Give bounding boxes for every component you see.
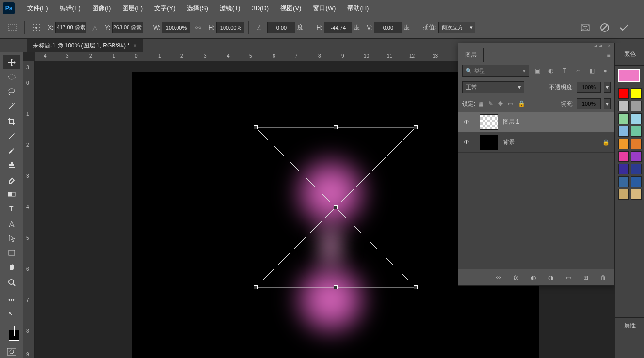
menu-image[interactable]: 图像(I) bbox=[86, 0, 116, 16]
color-tab[interactable]: 颜色 bbox=[615, 43, 644, 66]
properties-tab[interactable]: 属性 bbox=[615, 317, 644, 334]
swatch[interactable] bbox=[618, 176, 629, 187]
filter-type-icon[interactable]: T bbox=[559, 65, 570, 76]
transform-handle-tl[interactable] bbox=[254, 125, 258, 129]
fill-input[interactable] bbox=[577, 98, 601, 109]
menu-layer[interactable]: 图层(L) bbox=[116, 0, 148, 16]
commit-transform-icon[interactable] bbox=[619, 22, 629, 33]
swatch[interactable] bbox=[618, 164, 629, 174]
cancel-transform-icon[interactable] bbox=[599, 22, 610, 33]
hskew-input[interactable] bbox=[324, 22, 352, 33]
layer-thumbnail[interactable] bbox=[480, 135, 498, 150]
link-wh-icon[interactable]: ⚯ bbox=[192, 24, 205, 31]
swatch[interactable] bbox=[618, 189, 629, 200]
current-color-swatch[interactable] bbox=[618, 69, 640, 82]
layer-row[interactable]: 👁 背景 🔒 bbox=[458, 132, 614, 153]
layer-fx-icon[interactable]: fx bbox=[512, 274, 520, 281]
layer-lock-icon[interactable]: 🔒 bbox=[602, 139, 610, 146]
filter-adjust-icon[interactable]: ◐ bbox=[546, 65, 556, 76]
swatch[interactable] bbox=[631, 101, 642, 111]
menu-edit[interactable]: 编辑(E) bbox=[54, 0, 86, 16]
type-tool[interactable]: T bbox=[3, 202, 20, 216]
swap-colors-icon[interactable] bbox=[3, 308, 20, 322]
menu-help[interactable]: 帮助(H) bbox=[341, 0, 374, 16]
transform-handle-center[interactable] bbox=[334, 205, 338, 209]
filter-toggle-icon[interactable]: ● bbox=[600, 65, 611, 76]
x-input[interactable] bbox=[55, 22, 86, 33]
layer-thumbnail[interactable] bbox=[480, 114, 498, 130]
edit-toolbar-icon[interactable]: ••• bbox=[3, 293, 20, 307]
close-tab-icon[interactable]: × bbox=[133, 42, 137, 49]
layer-name[interactable]: 背景 bbox=[503, 138, 597, 146]
swatch[interactable] bbox=[618, 101, 629, 111]
swatch[interactable] bbox=[618, 113, 629, 124]
menu-view[interactable]: 视图(V) bbox=[274, 0, 307, 16]
reference-point-grid-icon[interactable] bbox=[29, 20, 44, 35]
warp-mode-icon[interactable] bbox=[580, 22, 591, 33]
swatch[interactable] bbox=[631, 113, 642, 124]
transform-tool-icon[interactable] bbox=[5, 20, 20, 35]
menu-window[interactable]: 窗口(W) bbox=[307, 0, 341, 16]
stamp-tool[interactable] bbox=[3, 158, 20, 172]
swatch[interactable] bbox=[618, 88, 629, 99]
h-input[interactable] bbox=[216, 22, 244, 33]
pen-tool[interactable] bbox=[3, 217, 20, 231]
swatch[interactable] bbox=[631, 88, 642, 99]
move-tool[interactable] bbox=[3, 55, 20, 69]
filter-shape-icon[interactable]: ▱ bbox=[573, 65, 583, 76]
transform-handle-bl[interactable] bbox=[254, 285, 258, 289]
menu-select[interactable]: 选择(S) bbox=[181, 0, 213, 16]
marquee-tool[interactable] bbox=[3, 70, 20, 84]
y-input[interactable] bbox=[112, 22, 143, 33]
new-layer-icon[interactable]: ⊞ bbox=[581, 274, 590, 281]
adjustment-layer-icon[interactable]: ◑ bbox=[547, 274, 555, 281]
magic-wand-tool[interactable] bbox=[3, 99, 20, 113]
transform-handle-bm[interactable] bbox=[334, 285, 338, 289]
opacity-slider-icon[interactable]: ▾ bbox=[604, 82, 611, 93]
delete-layer-icon[interactable]: 🗑 bbox=[599, 274, 608, 281]
swap-xy-icon[interactable]: △ bbox=[88, 24, 101, 31]
menu-3d[interactable]: 3D(D) bbox=[246, 0, 274, 16]
menu-file[interactable]: 文件(F) bbox=[21, 0, 54, 16]
layer-filter-dropdown[interactable]: 🔍 类型 ▾ bbox=[462, 65, 529, 77]
filter-smart-icon[interactable]: ◧ bbox=[586, 65, 597, 76]
lock-artboard-icon[interactable]: ▭ bbox=[508, 100, 513, 107]
shape-tool[interactable] bbox=[3, 246, 20, 260]
transform-handle-br[interactable] bbox=[414, 285, 418, 289]
menu-filter[interactable]: 滤镜(T) bbox=[214, 0, 246, 16]
zoom-tool[interactable] bbox=[3, 275, 20, 289]
fill-slider-icon[interactable]: ▾ bbox=[604, 98, 611, 109]
blend-mode-dropdown[interactable]: 正常 ▾ bbox=[462, 81, 524, 93]
new-group-icon[interactable]: ▭ bbox=[564, 274, 573, 281]
swatch[interactable] bbox=[618, 139, 629, 149]
lock-paint-icon[interactable]: ✎ bbox=[488, 100, 493, 107]
layers-tab[interactable]: 图层 bbox=[458, 48, 484, 62]
layer-name[interactable]: 图层 1 bbox=[503, 118, 610, 126]
eyedropper-tool[interactable] bbox=[3, 128, 20, 142]
transform-handle-tm[interactable] bbox=[334, 125, 338, 129]
add-mask-icon[interactable]: ◐ bbox=[529, 274, 538, 281]
menu-type[interactable]: 文字(Y) bbox=[148, 0, 181, 16]
lock-all-icon[interactable]: 🔒 bbox=[518, 100, 525, 107]
filter-image-icon[interactable]: ▣ bbox=[532, 65, 543, 76]
panel-menu-icon[interactable]: ≡ bbox=[603, 48, 614, 62]
crop-tool[interactable] bbox=[3, 114, 20, 128]
panel-close-icon[interactable]: × bbox=[608, 43, 611, 48]
lock-pixels-icon[interactable]: ▦ bbox=[478, 100, 483, 107]
brush-tool[interactable] bbox=[3, 143, 20, 157]
swatch[interactable] bbox=[631, 139, 642, 149]
opacity-input[interactable] bbox=[577, 82, 601, 93]
swatch[interactable] bbox=[631, 176, 642, 187]
swatch[interactable] bbox=[618, 151, 629, 162]
document-tab[interactable]: 未标题-1 @ 100% (图层 1, RGB/8#) * × bbox=[27, 39, 143, 52]
swatch[interactable] bbox=[631, 151, 642, 162]
lasso-tool[interactable] bbox=[3, 85, 20, 99]
eraser-tool[interactable] bbox=[3, 172, 20, 187]
color-swatches[interactable] bbox=[3, 325, 20, 342]
quick-mask-icon[interactable] bbox=[3, 346, 20, 358]
angle-input[interactable] bbox=[267, 22, 295, 33]
swatch[interactable] bbox=[618, 126, 629, 137]
transform-handle-tr[interactable] bbox=[414, 125, 418, 129]
swatch[interactable] bbox=[631, 164, 642, 174]
panel-collapse-icon[interactable]: ◄◄ bbox=[593, 43, 603, 48]
